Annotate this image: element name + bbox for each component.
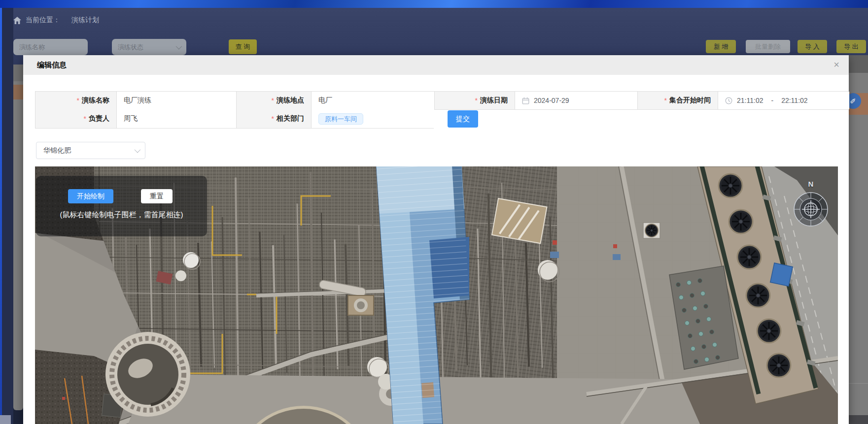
department-field[interactable]: 原料一车间 (311, 109, 434, 128)
required-mark: * (77, 97, 79, 104)
add-button[interactable]: 新 增 (706, 40, 736, 53)
breadcrumb: 当前位置： 演练计划 (13, 15, 99, 25)
leader-field[interactable]: 周飞 (116, 109, 236, 128)
map-blue-hut (770, 263, 793, 286)
drill-date-field[interactable]: 2024-07-29 (515, 92, 637, 109)
compass-control[interactable]: N (791, 180, 831, 239)
table-left-fragment-header (13, 65, 23, 81)
home-icon (13, 17, 21, 24)
draw-hint-text: (鼠标右键绘制电子围栏，需首尾相连) (36, 210, 207, 220)
map-big-tank (105, 332, 190, 417)
clock-icon (725, 97, 732, 104)
table-right-row-divider (849, 383, 868, 384)
close-icon[interactable]: × (830, 58, 843, 71)
calendar-icon (522, 97, 529, 104)
status-select-placeholder: 演练状态 (118, 43, 143, 52)
company-select[interactable]: 华锦化肥 (36, 142, 145, 159)
search-input[interactable] (13, 39, 88, 55)
required-mark: * (664, 97, 667, 104)
drill-name-label: * 演练名称 (35, 92, 116, 109)
edit-pencil-icon: ✎ (849, 98, 858, 104)
table-left-fragment (13, 65, 23, 410)
status-select[interactable]: 演练状态 (112, 39, 186, 55)
satellite-map[interactable]: 开始绘制 重置 (鼠标右键绘制电子围栏，需首尾相连) N (35, 166, 838, 424)
dialog-title: 编辑信息 (37, 61, 67, 70)
export-button[interactable]: 导 出 (836, 40, 866, 53)
draw-control-panel: 开始绘制 重置 (鼠标右键绘制电子围栏，需首尾相连) (36, 176, 207, 236)
gather-time-field[interactable]: 21:11:02 - 22:11:02 (718, 92, 849, 109)
start-draw-button[interactable]: 开始绘制 (68, 189, 113, 203)
drill-place-field[interactable]: 电厂 (311, 92, 434, 109)
dialog-header: 编辑信息 × (23, 55, 849, 75)
breadcrumb-label: 当前位置： (26, 16, 60, 25)
compass-rose-icon (791, 190, 831, 239)
form-row-2: * 负责人 周飞 * 相关部门 原料一车间 (35, 109, 434, 129)
reset-button[interactable]: 重置 (141, 189, 173, 203)
compass-north-label: N (791, 180, 831, 188)
required-mark: * (272, 115, 274, 123)
drill-name-field[interactable]: 电厂演练 (116, 92, 236, 109)
import-button[interactable]: 导 入 (798, 40, 827, 53)
drill-date-label: * 演练日期 (434, 92, 515, 109)
top-banner (0, 0, 868, 8)
page-footer-fragment (0, 415, 11, 424)
left-edge-panel (2, 8, 13, 424)
table-right-fragment-header (849, 55, 868, 73)
time-end: 22:11:02 (781, 97, 807, 104)
gather-time-label: * 集合开始时间 (637, 92, 718, 109)
company-select-value: 华锦化肥 (43, 146, 71, 155)
chevron-down-icon (176, 43, 182, 50)
map-pad-flange (348, 295, 374, 315)
table-left-fragment-row (13, 85, 23, 99)
chevron-down-icon (135, 147, 141, 153)
time-start: 21:11:02 (737, 97, 763, 104)
required-mark: * (475, 97, 478, 104)
leader-label: * 负责人 (35, 109, 116, 128)
department-tag[interactable]: 原料一车间 (318, 113, 363, 125)
query-button[interactable]: 查 询 (229, 39, 257, 54)
batch-delete-button[interactable]: 批量删除 (746, 40, 790, 53)
form-row-1: * 演练名称 电厂演练 * 演练地点 电厂 * 演练日期 (35, 91, 849, 110)
drill-place-label: * 演练地点 (236, 92, 311, 109)
single-fan-unit (643, 223, 660, 238)
submit-button[interactable]: 提交 (448, 110, 478, 128)
time-separator: - (771, 97, 773, 104)
department-label: * 相关部门 (236, 109, 311, 128)
required-mark: * (84, 115, 86, 123)
table-right-footer (849, 415, 868, 424)
breadcrumb-page: 演练计划 (71, 16, 99, 25)
required-mark: * (272, 97, 274, 104)
edit-dialog: 编辑信息 × * 演练名称 电厂演练 * 演练地点 电厂 * 演练日期 (23, 55, 849, 424)
app-root: 当前位置： 演练计划 演练状态 查 询 新 增 批量删除 导 入 导 出 ✎ 编… (0, 0, 868, 424)
